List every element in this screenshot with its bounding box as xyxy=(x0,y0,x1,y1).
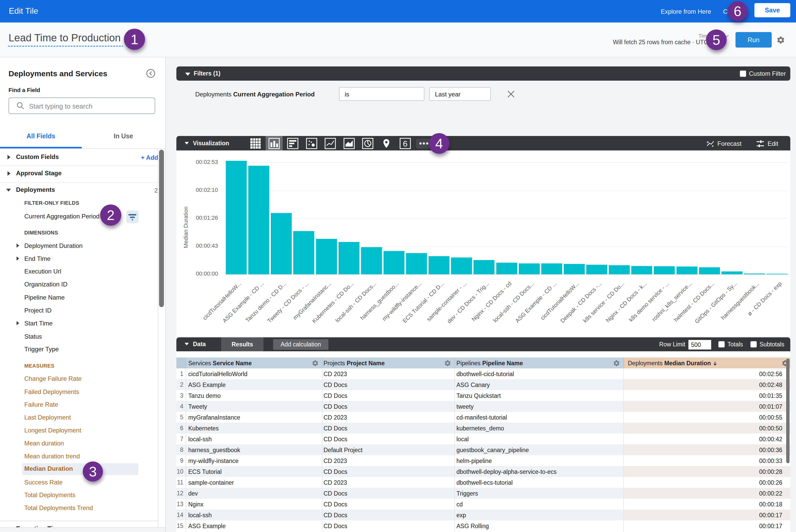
svg-text:6: 6 xyxy=(403,139,408,148)
